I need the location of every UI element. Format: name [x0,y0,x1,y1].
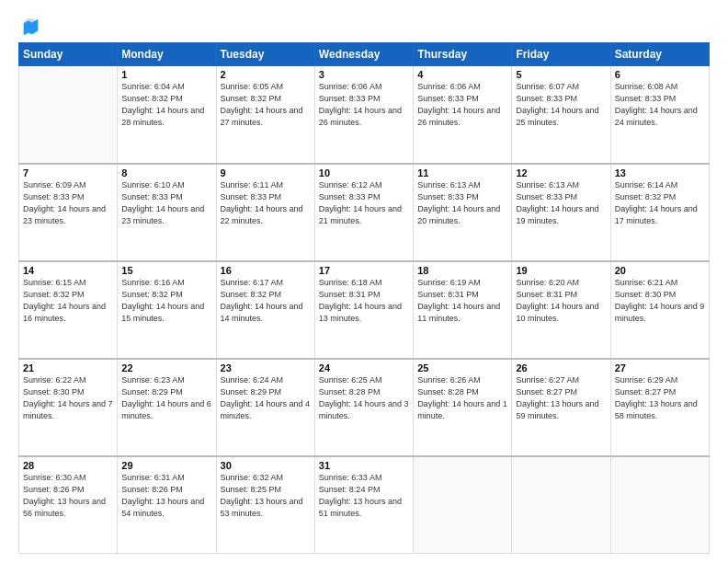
calendar-cell: 14Sunrise: 6:15 AM Sunset: 8:32 PM Dayli… [19,261,118,359]
calendar-cell: 12Sunrise: 6:13 AM Sunset: 8:33 PM Dayli… [512,164,610,261]
day-number: 17 [319,265,409,276]
calendar-cell: 29Sunrise: 6:31 AM Sunset: 8:26 PM Dayli… [118,456,216,554]
calendar-cell: 7Sunrise: 6:09 AM Sunset: 8:33 PM Daylig… [19,164,118,261]
day-number: 31 [319,460,409,471]
day-info: Sunrise: 6:06 AM Sunset: 8:33 PM Dayligh… [417,81,507,129]
page: SundayMondayTuesdayWednesdayThursdayFrid… [0,0,728,563]
day-number: 10 [319,167,409,178]
calendar-cell: 8Sunrise: 6:10 AM Sunset: 8:33 PM Daylig… [118,164,216,261]
day-number: 3 [319,69,409,80]
calendar-table: SundayMondayTuesdayWednesdayThursdayFrid… [18,42,710,554]
calendar-week-row: 7Sunrise: 6:09 AM Sunset: 8:33 PM Daylig… [19,164,710,261]
day-number: 18 [417,265,507,276]
calendar-cell: 30Sunrise: 6:32 AM Sunset: 8:25 PM Dayli… [216,456,314,554]
calendar-cell: 24Sunrise: 6:25 AM Sunset: 8:28 PM Dayli… [314,359,413,456]
calendar-cell: 10Sunrise: 6:12 AM Sunset: 8:33 PM Dayli… [314,164,413,261]
calendar-cell: 21Sunrise: 6:22 AM Sunset: 8:30 PM Dayli… [19,359,118,456]
calendar-cell: 1Sunrise: 6:04 AM Sunset: 8:32 PM Daylig… [118,66,216,164]
day-number: 22 [121,362,211,373]
weekday-header-tuesday: Tuesday [216,43,314,66]
day-info: Sunrise: 6:11 AM Sunset: 8:33 PM Dayligh… [221,179,311,227]
day-info: Sunrise: 6:23 AM Sunset: 8:29 PM Dayligh… [121,374,211,422]
calendar-cell: 25Sunrise: 6:26 AM Sunset: 8:28 PM Dayli… [414,359,512,456]
day-number: 30 [221,460,311,471]
day-number: 14 [23,265,113,276]
day-info: Sunrise: 6:17 AM Sunset: 8:32 PM Dayligh… [221,277,311,325]
calendar-cell: 2Sunrise: 6:05 AM Sunset: 8:32 PM Daylig… [216,66,314,164]
day-info: Sunrise: 6:31 AM Sunset: 8:26 PM Dayligh… [121,472,211,520]
calendar-cell: 11Sunrise: 6:13 AM Sunset: 8:33 PM Dayli… [414,164,512,261]
day-info: Sunrise: 6:29 AM Sunset: 8:27 PM Dayligh… [615,374,705,422]
day-number: 9 [221,167,311,178]
day-info: Sunrise: 6:13 AM Sunset: 8:33 PM Dayligh… [417,179,507,227]
day-number: 7 [23,167,113,178]
calendar-cell: 19Sunrise: 6:20 AM Sunset: 8:31 PM Dayli… [512,261,610,359]
weekday-header-monday: Monday [118,43,216,66]
day-number: 15 [121,265,211,276]
calendar-cell: 3Sunrise: 6:06 AM Sunset: 8:33 PM Daylig… [314,66,413,164]
weekday-header-thursday: Thursday [414,43,512,66]
day-number: 16 [221,265,311,276]
day-number: 11 [417,167,507,178]
calendar-cell: 15Sunrise: 6:16 AM Sunset: 8:32 PM Dayli… [118,261,216,359]
weekday-header-friday: Friday [512,43,610,66]
calendar-cell: 31Sunrise: 6:33 AM Sunset: 8:24 PM Dayli… [314,456,413,554]
calendar-cell: 16Sunrise: 6:17 AM Sunset: 8:32 PM Dayli… [216,261,314,359]
day-info: Sunrise: 6:32 AM Sunset: 8:25 PM Dayligh… [221,472,311,520]
day-info: Sunrise: 6:10 AM Sunset: 8:33 PM Dayligh… [121,179,211,227]
calendar-cell [512,456,610,554]
day-info: Sunrise: 6:30 AM Sunset: 8:26 PM Dayligh… [23,472,113,520]
weekday-header-sunday: Sunday [19,43,118,66]
calendar-cell: 26Sunrise: 6:27 AM Sunset: 8:27 PM Dayli… [512,359,610,456]
day-info: Sunrise: 6:16 AM Sunset: 8:32 PM Dayligh… [121,277,211,325]
day-number: 28 [23,460,113,471]
day-number: 12 [516,167,606,178]
calendar-cell: 17Sunrise: 6:18 AM Sunset: 8:31 PM Dayli… [314,261,413,359]
day-number: 29 [121,460,211,471]
calendar-week-row: 28Sunrise: 6:30 AM Sunset: 8:26 PM Dayli… [19,456,710,554]
day-info: Sunrise: 6:18 AM Sunset: 8:31 PM Dayligh… [319,277,409,325]
calendar-cell: 28Sunrise: 6:30 AM Sunset: 8:26 PM Dayli… [19,456,118,554]
calendar-week-row: 21Sunrise: 6:22 AM Sunset: 8:30 PM Dayli… [19,359,710,456]
calendar-cell: 13Sunrise: 6:14 AM Sunset: 8:32 PM Dayli… [610,164,709,261]
day-info: Sunrise: 6:07 AM Sunset: 8:33 PM Dayligh… [516,81,606,129]
day-number: 6 [615,69,705,80]
day-number: 24 [319,362,409,373]
logo [18,18,40,35]
day-number: 4 [417,69,507,80]
day-number: 26 [516,362,606,373]
day-info: Sunrise: 6:14 AM Sunset: 8:32 PM Dayligh… [615,179,705,227]
day-number: 5 [516,69,606,80]
weekday-header-saturday: Saturday [610,43,709,66]
day-info: Sunrise: 6:04 AM Sunset: 8:32 PM Dayligh… [121,81,211,129]
calendar-cell: 20Sunrise: 6:21 AM Sunset: 8:30 PM Dayli… [610,261,709,359]
day-number: 23 [221,362,311,373]
calendar-cell: 27Sunrise: 6:29 AM Sunset: 8:27 PM Dayli… [610,359,709,456]
day-info: Sunrise: 6:19 AM Sunset: 8:31 PM Dayligh… [417,277,507,325]
calendar-cell [610,456,709,554]
day-number: 1 [121,69,211,80]
weekday-header-row: SundayMondayTuesdayWednesdayThursdayFrid… [19,43,710,66]
day-info: Sunrise: 6:15 AM Sunset: 8:32 PM Dayligh… [23,277,113,325]
logo-icon [20,17,40,37]
day-number: 13 [615,167,705,178]
day-number: 19 [516,265,606,276]
day-info: Sunrise: 6:20 AM Sunset: 8:31 PM Dayligh… [516,277,606,325]
day-info: Sunrise: 6:24 AM Sunset: 8:29 PM Dayligh… [221,374,311,422]
calendar-cell: 22Sunrise: 6:23 AM Sunset: 8:29 PM Dayli… [118,359,216,456]
calendar-cell [19,66,118,164]
day-number: 2 [221,69,311,80]
day-info: Sunrise: 6:33 AM Sunset: 8:24 PM Dayligh… [319,472,409,520]
day-info: Sunrise: 6:08 AM Sunset: 8:33 PM Dayligh… [615,81,705,129]
day-info: Sunrise: 6:09 AM Sunset: 8:33 PM Dayligh… [23,179,113,227]
day-info: Sunrise: 6:26 AM Sunset: 8:28 PM Dayligh… [417,374,507,422]
day-number: 25 [417,362,507,373]
calendar-cell: 5Sunrise: 6:07 AM Sunset: 8:33 PM Daylig… [512,66,610,164]
day-info: Sunrise: 6:05 AM Sunset: 8:32 PM Dayligh… [221,81,311,129]
day-info: Sunrise: 6:12 AM Sunset: 8:33 PM Dayligh… [319,179,409,227]
calendar-cell: 18Sunrise: 6:19 AM Sunset: 8:31 PM Dayli… [414,261,512,359]
day-info: Sunrise: 6:06 AM Sunset: 8:33 PM Dayligh… [319,81,409,129]
weekday-header-wednesday: Wednesday [314,43,413,66]
calendar-cell: 6Sunrise: 6:08 AM Sunset: 8:33 PM Daylig… [610,66,709,164]
day-info: Sunrise: 6:21 AM Sunset: 8:30 PM Dayligh… [615,277,705,325]
